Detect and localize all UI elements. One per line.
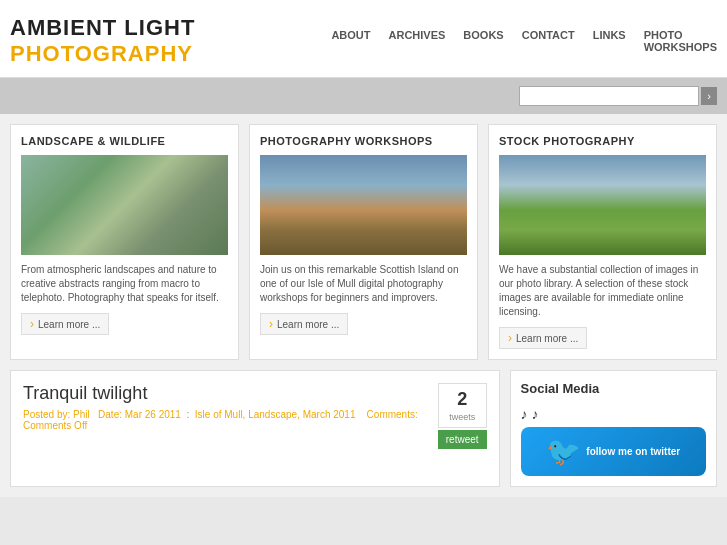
col2-title: PHOTOGRAPHY WORKSHOPS: [260, 135, 467, 147]
nav-links[interactable]: LINKS: [593, 29, 626, 53]
tweet-label: tweets: [449, 412, 475, 422]
retweet-button[interactable]: retweet: [438, 430, 487, 449]
col1-title: LANDSCAPE & WILDLIFE: [21, 135, 228, 147]
col3-learn-more[interactable]: › Learn more ...: [499, 327, 587, 349]
music-notes-icon: ♪ ♪: [521, 406, 706, 422]
column-workshops: PHOTOGRAPHY WORKSHOPS Join us on this re…: [249, 124, 478, 360]
sidebar-social: Social Media ♪ ♪ 🐦 follow me on twitter: [510, 370, 717, 487]
feature-columns: LANDSCAPE & WILDLIFE From atmospheric la…: [10, 124, 717, 360]
col2-learn-more-label: Learn more ...: [277, 319, 339, 330]
main-nav: ABOUT ARCHIVES BOOKS CONTACT LINKS PHOTO…: [331, 29, 717, 53]
social-title: Social Media: [521, 381, 706, 396]
bottom-section: 2 tweets retweet Tranquil twilight Poste…: [10, 370, 717, 487]
col1-arrow-icon: ›: [30, 317, 34, 331]
nav-archives[interactable]: ARCHIVES: [389, 29, 446, 53]
column-stock: STOCK PHOTOGRAPHY We have a substantial …: [488, 124, 717, 360]
col3-title: STOCK PHOTOGRAPHY: [499, 135, 706, 147]
post-comments: Comments Off: [23, 420, 87, 431]
col2-learn-more[interactable]: › Learn more ...: [260, 313, 348, 335]
tweet-box: 2 tweets retweet: [438, 383, 487, 449]
nav-about[interactable]: ABOUT: [331, 29, 370, 53]
col1-description: From atmospheric landscapes and nature t…: [21, 263, 228, 305]
twitter-follow-button[interactable]: 🐦 follow me on twitter: [521, 427, 706, 476]
site-logo[interactable]: AMBIENT LIGHT PHOTOGRAPHY: [10, 15, 331, 67]
logo-text-ambient: AMBIENT LIGHT: [10, 15, 195, 40]
column-landscape: LANDSCAPE & WILDLIFE From atmospheric la…: [10, 124, 239, 360]
date-label: Date:: [98, 409, 122, 420]
post-section: 2 tweets retweet Tranquil twilight Poste…: [10, 370, 500, 487]
col2-description: Join us on this remarkable Scottish Isla…: [260, 263, 467, 305]
search-bar: ›: [0, 78, 727, 114]
comments-label: Comments:: [367, 409, 418, 420]
nav-contact[interactable]: CONTACT: [522, 29, 575, 53]
twitter-bird-icon: 🐦: [546, 435, 581, 468]
nav-workshops[interactable]: PHOTO WORKSHOPS: [644, 29, 717, 53]
post-meta: Posted by: Phil Date: Mar 26 2011 : Isle…: [23, 409, 487, 431]
search-button[interactable]: ›: [701, 87, 717, 105]
col3-description: We have a substantial collection of imag…: [499, 263, 706, 319]
follow-text: follow me on twitter: [586, 446, 680, 457]
post-date: Mar 26 2011: [125, 409, 181, 420]
logo-text-photography: PHOTOGRAPHY: [10, 41, 193, 66]
col1-learn-more-label: Learn more ...: [38, 319, 100, 330]
search-input[interactable]: [519, 86, 699, 106]
col2-image: [260, 155, 467, 255]
tweet-number: 2: [449, 389, 476, 410]
col1-learn-more[interactable]: › Learn more ...: [21, 313, 109, 335]
posted-by-label: Posted by:: [23, 409, 70, 420]
col1-image: [21, 155, 228, 255]
col3-learn-more-label: Learn more ...: [516, 333, 578, 344]
post-author[interactable]: Phil: [73, 409, 90, 420]
main-content: LANDSCAPE & WILDLIFE From atmospheric la…: [0, 114, 727, 497]
post-tags: Isle of Mull, Landscape, March 2011: [195, 409, 356, 420]
col3-image: [499, 155, 706, 255]
col3-arrow-icon: ›: [508, 331, 512, 345]
header: AMBIENT LIGHT PHOTOGRAPHY ABOUT ARCHIVES…: [0, 0, 727, 78]
col2-arrow-icon: ›: [269, 317, 273, 331]
tweet-count-box: 2 tweets: [438, 383, 487, 428]
nav-books[interactable]: BOOKS: [463, 29, 503, 53]
post-title: Tranquil twilight: [23, 383, 487, 404]
